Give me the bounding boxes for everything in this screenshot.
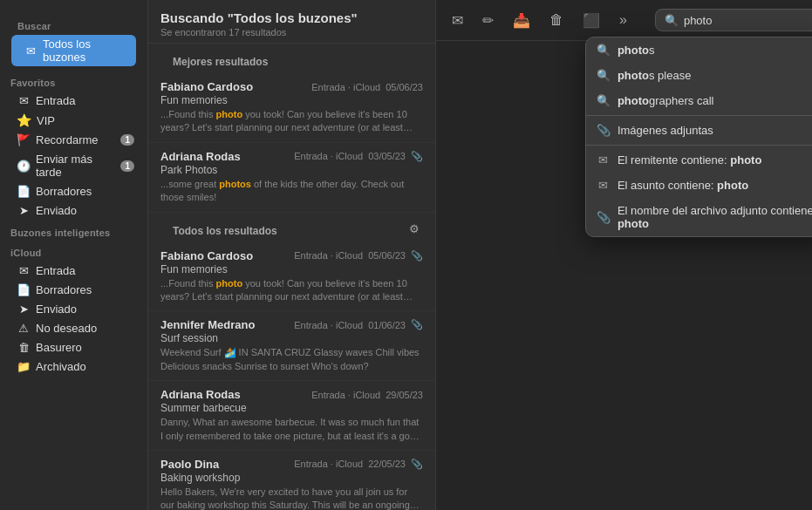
sidebar-borradores-label: Borradores <box>36 185 134 198</box>
mail-toolbar-icon[interactable]: ✉ <box>448 10 467 31</box>
sidebar-search-label: Buscar <box>7 14 140 34</box>
date-adriana-best: 03/05/23 <box>368 151 406 161</box>
dropdown-item-remitente[interactable]: ✉ El remitente contiene: photo <box>586 147 812 173</box>
email-meta-jennifer-m: Entrada · iCloud 01/06/23 📎 <box>294 319 423 330</box>
sender-adriana-all: Adriana Rodas <box>160 388 241 401</box>
sidebar-icloud-archive-label: Archivado <box>36 360 134 373</box>
email-list-title: Buscando "Todos los buzones" <box>160 10 423 25</box>
date-adriana-all: 29/05/23 <box>386 390 423 400</box>
sidebar-enviar-label: Enviar más tarde <box>36 153 115 179</box>
location-fabiano-all: Entrada · iCloud <box>294 250 363 261</box>
filter-toolbar-icon[interactable]: ⬛ <box>579 10 604 31</box>
file-filter-icon: 📎 <box>597 211 611 224</box>
draft-icon: 📄 <box>17 185 31 198</box>
dropdown-photos-text: photos <box>618 44 812 57</box>
dropdown-item-photos[interactable]: 🔍 photos <box>586 37 812 63</box>
sender-jennifer-m: Jennifer Medrano <box>160 318 255 331</box>
archive-toolbar-icon[interactable]: 📥 <box>509 10 534 31</box>
icloud-draft-icon: 📄 <box>17 283 31 296</box>
location-paolo: Entrada · iCloud <box>294 459 363 469</box>
subject-fabiano-all: Fun memories <box>160 263 423 275</box>
sidebar-item-enviar-mas-tarde[interactable]: 🕐 Enviar más tarde 1 <box>4 150 143 181</box>
subject-jennifer-m: Surf session <box>160 332 423 344</box>
sidebar-item-recordarme[interactable]: 🚩 Recordarme 1 <box>4 131 143 149</box>
highlight-fabiano-best: photo <box>216 109 243 119</box>
all-results-label: Todos los resultados <box>160 218 290 241</box>
dropdown-item-archivo[interactable]: 📎 El nombre del archivo adjunto contiene… <box>586 198 812 236</box>
email-item-all-2[interactable]: Jennifer Medrano Entrada · iCloud 01/06/… <box>148 311 435 381</box>
email-list-subtitle: Se encontraron 17 resultados <box>160 27 423 37</box>
email-meta-adriana-all: Entrada · iCloud 29/05/23 <box>311 390 423 400</box>
subject-adriana-all: Summer barbecue <box>160 402 423 414</box>
dropdown-item-imagenes[interactable]: 📎 Imágenes adjuntas <box>586 118 812 143</box>
sidebar-icloud-label: iCloud <box>0 241 147 261</box>
sidebar-item-icloud-sent[interactable]: ➤ Enviado <box>4 300 143 318</box>
email-list-header: Buscando "Todos los buzones" Se encontra… <box>148 0 435 44</box>
sidebar-search-section: Buscar ✉ Todos los buzones <box>0 9 147 71</box>
sidebar-item-icloud-trash[interactable]: 🗑 Basurero <box>4 338 143 357</box>
sidebar-item-all-mailboxes[interactable]: ✉ Todos los buzones <box>11 35 136 66</box>
sidebar-all-mailboxes-label: Todos los buzones <box>43 37 127 64</box>
recordarme-badge: 1 <box>120 134 134 146</box>
email-meta-adriana-best: Entrada · iCloud 03/05/23 📎 <box>294 151 423 162</box>
email-item-all-4-header: Paolo Dina Entrada · iCloud 22/05/23 📎 <box>160 458 423 471</box>
date-jennifer-m: 01/06/23 <box>368 320 406 330</box>
email-meta-fabiano-all: Entrada · iCloud 05/06/23 📎 <box>294 250 423 262</box>
icloud-sent-icon: ➤ <box>17 303 31 316</box>
search-photos-icon: 🔍 <box>597 44 611 57</box>
dropdown-item-photographers[interactable]: 🔍 photographers call <box>586 88 812 113</box>
preview-paolo: Hello Bakers, We're very excited to have… <box>160 486 423 510</box>
subject-fabiano-best: Fun memories <box>160 94 423 106</box>
email-list-panel: Buscando "Todos los buzones" Se encontra… <box>148 0 436 510</box>
sidebar-item-icloud-drafts[interactable]: 📄 Borradores <box>4 281 143 299</box>
search-dropdown: 🔍 photos 🔍 photos please 🔍 photographers… <box>585 37 812 237</box>
subject-adriana-best: Park Photos <box>160 164 423 176</box>
preview-adriana-all: Danny, What an awesome barbecue. It was … <box>160 416 423 443</box>
enviar-badge: 1 <box>120 160 134 172</box>
email-item-best-2[interactable]: Adriana Rodas Entrada · iCloud 03/05/23 … <box>148 143 435 213</box>
trash-toolbar-icon[interactable]: 🗑 <box>546 10 567 30</box>
sender-filter-icon: ✉ <box>597 153 611 167</box>
sidebar-item-icloud-archive[interactable]: 📁 Archivado <box>4 357 143 376</box>
email-item-best-1-header: Fabiano Cardoso Entrada · iCloud 05/06/2… <box>160 80 423 93</box>
star-icon: ⭐ <box>17 113 31 127</box>
search-bar[interactable]: 🔍 ✕ <box>655 9 812 31</box>
dropdown-archivo-text: El nombre del archivo adjunto contiene: … <box>618 204 812 230</box>
sidebar-item-vip[interactable]: ⭐ VIP <box>4 111 143 130</box>
sidebar-item-enviado[interactable]: ➤ Enviado <box>4 201 143 220</box>
icloud-inbox-icon: ✉ <box>17 264 31 277</box>
sidebar-icloud-junk-label: No deseado <box>36 322 134 335</box>
compose-toolbar-icon[interactable]: ✏ <box>479 10 497 31</box>
trash-icon: 🗑 <box>17 341 31 354</box>
email-item-all-4[interactable]: Paolo Dina Entrada · iCloud 22/05/23 📎 B… <box>148 451 435 510</box>
preview-fabiano-all: ...Found this photo you took! Can you be… <box>160 277 423 304</box>
date-fabiano-all: 05/06/23 <box>368 250 406 261</box>
sender-paolo: Paolo Dina <box>160 458 219 471</box>
sidebar-icloud-trash-label: Basurero <box>36 341 134 354</box>
email-meta-fabiano-best: Entrada · iCloud 05/06/23 <box>311 82 423 92</box>
dropdown-photos-please-text: photos please <box>618 69 812 82</box>
attachment-filter-icon: 📎 <box>597 124 611 137</box>
sidebar-item-icloud-junk[interactable]: ⚠ No deseado <box>4 319 143 337</box>
sidebar-item-icloud-inbox[interactable]: ✉ Entrada <box>4 262 143 280</box>
dropdown-item-asunto[interactable]: ✉ El asunto contiene: photo <box>586 173 812 198</box>
highlight-fabiano-all: photo <box>216 278 243 289</box>
email-item-all-1-header: Fabiano Cardoso Entrada · iCloud 05/06/2… <box>160 249 423 262</box>
sidebar-item-borradores[interactable]: 📄 Borradores <box>4 182 143 201</box>
sidebar-item-inbox-fav[interactable]: ✉ Entrada <box>4 92 143 110</box>
attachment-fabiano-all: 📎 <box>411 250 423 262</box>
dropdown-item-photos-please[interactable]: 🔍 photos please <box>586 63 812 88</box>
filter-all-icon[interactable]: ⚙ <box>406 221 423 237</box>
sidebar-inbox-fav-label: Entrada <box>36 94 134 107</box>
preview-fabiano-best: ...Found this photo you took! Can you be… <box>160 108 423 135</box>
email-item-all-1[interactable]: Fabiano Cardoso Entrada · iCloud 05/06/2… <box>148 242 435 312</box>
attachment-paolo: 📎 <box>411 459 423 470</box>
dropdown-separator-1 <box>586 115 812 116</box>
best-results-label: Mejores resultados <box>160 49 280 71</box>
date-paolo: 22/05/23 <box>368 459 406 469</box>
email-item-all-3[interactable]: Adriana Rodas Entrada · iCloud 29/05/23 … <box>148 381 435 451</box>
main-area: Buscando "Todos los buzones" Se encontra… <box>148 0 812 510</box>
more-toolbar-icon[interactable]: » <box>616 10 631 30</box>
search-input[interactable] <box>684 14 812 27</box>
email-item-best-1[interactable]: Fabiano Cardoso Entrada · iCloud 05/06/2… <box>148 73 435 143</box>
